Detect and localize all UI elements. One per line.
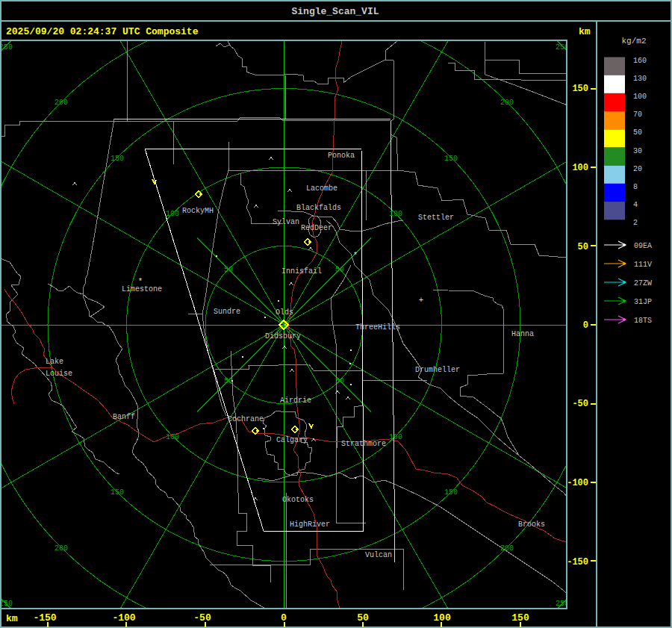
svg-text:Stettler: Stettler [418,214,454,222]
svg-text:-100: -100 [112,612,135,624]
svg-text:Olds: Olds [276,308,293,317]
svg-text:150: 150 [444,155,458,163]
svg-text:RockyMH: RockyMH [182,207,214,215]
svg-text:18TS: 18TS [634,317,652,325]
svg-text:Didsbury: Didsbury [265,332,301,341]
svg-text:111V: 111V [634,261,652,269]
svg-text:Innisfail: Innisfail [281,267,322,276]
svg-text:Ponoka: Ponoka [328,152,355,160]
svg-text:09EA: 09EA [634,242,652,250]
svg-text:Brooks: Brooks [518,520,545,529]
svg-text:km: km [579,26,591,37]
svg-text:100: 100 [572,163,588,173]
svg-text:100: 100 [166,433,179,441]
svg-text:2: 2 [633,219,638,227]
svg-text:-50: -50 [572,399,588,409]
svg-text:27ZW: 27ZW [634,279,652,287]
svg-text:50: 50 [224,266,233,274]
svg-text:200: 200 [500,99,514,107]
svg-text:30: 30 [633,147,642,155]
svg-text:31JP: 31JP [634,298,652,306]
svg-text:Sylvan: Sylvan [273,218,299,226]
svg-text:200: 200 [55,544,68,553]
svg-text:Calgary: Calgary [276,436,308,444]
svg-text:-150: -150 [567,557,588,568]
svg-text:+: + [419,296,423,305]
svg-text:50: 50 [633,128,642,137]
svg-text:HighRiver: HighRiver [290,520,330,529]
svg-text:150: 150 [111,488,124,497]
svg-text:Lake: Lake [46,358,63,366]
svg-text:8: 8 [633,183,638,191]
svg-text:ThreeHills: ThreeHills [355,323,400,332]
svg-text:Blackfalds: Blackfalds [296,204,341,212]
svg-text:-100: -100 [567,478,588,488]
svg-text:250: 250 [0,600,13,608]
svg-text:70: 70 [633,111,642,119]
svg-text:20: 20 [633,165,642,173]
svg-text:4: 4 [633,201,638,209]
svg-text:150: 150 [511,612,529,624]
svg-text:0: 0 [583,320,588,331]
svg-text:Drumheller: Drumheller [415,366,460,374]
svg-text:100: 100 [389,433,402,441]
svg-text:200: 200 [500,544,514,553]
svg-text:km: km [6,613,18,624]
svg-text:Lacombe: Lacombe [306,184,337,193]
svg-text:50: 50 [357,612,369,624]
svg-text:Okotoks: Okotoks [282,496,314,504]
svg-text:100: 100 [433,612,451,624]
svg-text:RedDeer: RedDeer [301,224,332,232]
svg-text:Cochrane: Cochrane [228,415,264,423]
svg-text:Sundre: Sundre [214,308,240,316]
svg-text:Vulcan: Vulcan [365,551,392,559]
svg-text:50: 50 [578,242,588,252]
svg-text:Airdrie: Airdrie [280,397,311,405]
svg-text:150: 150 [444,488,458,497]
svg-text:Banff: Banff [113,413,135,421]
svg-text:100: 100 [166,210,179,218]
svg-text:160: 160 [633,57,647,65]
svg-text:50: 50 [335,266,344,274]
svg-text:2025/09/20 02:24:37 UTC Compos: 2025/09/20 02:24:37 UTC Composite [6,26,199,37]
svg-text:*: * [353,252,358,260]
svg-text:0: 0 [281,612,287,624]
svg-text:50: 50 [335,377,344,385]
svg-text:Single_Scan_VIL: Single_Scan_VIL [291,6,379,17]
svg-text:Limestone: Limestone [122,285,162,293]
svg-text:150: 150 [111,155,124,163]
svg-text:Strathmore: Strathmore [341,440,386,448]
svg-text:Hanna: Hanna [511,330,534,338]
svg-text:130: 130 [633,75,647,83]
svg-text:-50: -50 [193,612,211,624]
svg-text:150: 150 [572,84,588,94]
svg-text:100: 100 [389,210,402,218]
svg-text:-150: -150 [33,612,56,624]
svg-text:100: 100 [633,93,647,101]
svg-text:Louise: Louise [46,370,72,378]
svg-text:250: 250 [0,43,13,52]
svg-text:kg/m2: kg/m2 [621,37,646,46]
svg-text:200: 200 [55,99,68,107]
